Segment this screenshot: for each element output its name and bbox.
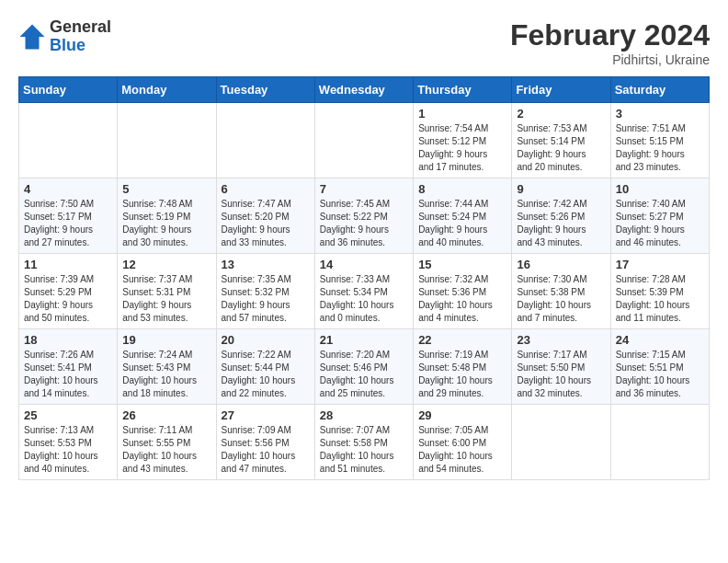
- day-info: Sunrise: 7:20 AM Sunset: 5:46 PM Dayligh…: [320, 349, 408, 400]
- calendar-cell: 20Sunrise: 7:22 AM Sunset: 5:44 PM Dayli…: [216, 329, 314, 405]
- day-info: Sunrise: 7:51 AM Sunset: 5:15 PM Dayligh…: [616, 122, 704, 174]
- day-info: Sunrise: 7:39 AM Sunset: 5:29 PM Dayligh…: [24, 273, 112, 325]
- day-number: 15: [418, 258, 506, 271]
- calendar-cell: [216, 103, 314, 178]
- calendar-cell: 21Sunrise: 7:20 AM Sunset: 5:46 PM Dayli…: [314, 329, 413, 405]
- svg-marker-0: [20, 24, 45, 49]
- day-number: 22: [418, 333, 506, 347]
- day-number: 2: [517, 107, 605, 121]
- day-number: 6: [222, 182, 310, 196]
- day-info: Sunrise: 7:11 AM Sunset: 5:55 PM Dayligh…: [122, 424, 210, 476]
- calendar-cell: 5Sunrise: 7:48 AM Sunset: 5:19 PM Daylig…: [118, 178, 216, 254]
- day-info: Sunrise: 7:45 AM Sunset: 5:22 PM Dayligh…: [320, 198, 408, 249]
- logo-blue-text: Blue: [50, 37, 111, 55]
- day-info: Sunrise: 7:40 AM Sunset: 5:27 PM Dayligh…: [616, 198, 704, 249]
- calendar-cell: 4Sunrise: 7:50 AM Sunset: 5:17 PM Daylig…: [19, 178, 118, 254]
- calendar-cell: 7Sunrise: 7:45 AM Sunset: 5:22 PM Daylig…: [314, 178, 413, 254]
- calendar-cell: 12Sunrise: 7:37 AM Sunset: 5:31 PM Dayli…: [118, 254, 216, 329]
- calendar-cell: 28Sunrise: 7:07 AM Sunset: 5:58 PM Dayli…: [314, 405, 413, 480]
- day-info: Sunrise: 7:19 AM Sunset: 5:48 PM Dayligh…: [418, 349, 506, 400]
- logo: General Blue: [18, 18, 111, 55]
- day-number: 23: [517, 333, 605, 347]
- calendar-cell: 13Sunrise: 7:35 AM Sunset: 5:32 PM Dayli…: [216, 254, 314, 329]
- calendar-cell: 24Sunrise: 7:15 AM Sunset: 5:51 PM Dayli…: [610, 329, 709, 405]
- day-info: Sunrise: 7:15 AM Sunset: 5:51 PM Dayligh…: [616, 349, 704, 400]
- calendar-cell: [118, 103, 216, 178]
- calendar-cell: 16Sunrise: 7:30 AM Sunset: 5:38 PM Dayli…: [512, 254, 610, 329]
- day-info: Sunrise: 7:37 AM Sunset: 5:31 PM Dayligh…: [122, 273, 210, 325]
- day-info: Sunrise: 7:22 AM Sunset: 5:44 PM Dayligh…: [222, 349, 310, 400]
- calendar-cell: 14Sunrise: 7:33 AM Sunset: 5:34 PM Dayli…: [314, 254, 413, 329]
- day-number: 4: [24, 182, 112, 196]
- calendar-cell: 11Sunrise: 7:39 AM Sunset: 5:29 PM Dayli…: [19, 254, 118, 329]
- calendar-cell: 2Sunrise: 7:53 AM Sunset: 5:14 PM Daylig…: [512, 103, 610, 178]
- day-info: Sunrise: 7:28 AM Sunset: 5:39 PM Dayligh…: [616, 273, 704, 325]
- weekday-header-thursday: Thursday: [414, 77, 512, 103]
- location: Pidhirtsi, Ukraine: [510, 52, 710, 67]
- day-number: 26: [122, 408, 210, 422]
- day-number: 17: [616, 258, 704, 271]
- calendar-cell: 17Sunrise: 7:28 AM Sunset: 5:39 PM Dayli…: [610, 254, 709, 329]
- month-year: February 2024: [510, 18, 710, 52]
- calendar-cell: 9Sunrise: 7:42 AM Sunset: 5:26 PM Daylig…: [512, 178, 610, 254]
- calendar-week-2: 4Sunrise: 7:50 AM Sunset: 5:17 PM Daylig…: [19, 178, 710, 254]
- weekday-header-saturday: Saturday: [610, 77, 709, 103]
- day-info: Sunrise: 7:53 AM Sunset: 5:14 PM Dayligh…: [517, 122, 605, 174]
- weekday-header-row: SundayMondayTuesdayWednesdayThursdayFrid…: [19, 77, 710, 103]
- day-info: Sunrise: 7:17 AM Sunset: 5:50 PM Dayligh…: [517, 349, 605, 400]
- title-area: February 2024 Pidhirtsi, Ukraine: [510, 18, 710, 67]
- weekday-header-monday: Monday: [118, 77, 216, 103]
- calendar-week-1: 1Sunrise: 7:54 AM Sunset: 5:12 PM Daylig…: [19, 103, 710, 178]
- day-info: Sunrise: 7:50 AM Sunset: 5:17 PM Dayligh…: [24, 198, 112, 249]
- day-number: 14: [320, 258, 408, 271]
- calendar-cell: 3Sunrise: 7:51 AM Sunset: 5:15 PM Daylig…: [610, 103, 709, 178]
- calendar-cell: 8Sunrise: 7:44 AM Sunset: 5:24 PM Daylig…: [414, 178, 512, 254]
- day-info: Sunrise: 7:09 AM Sunset: 5:56 PM Dayligh…: [222, 424, 310, 476]
- day-number: 9: [517, 182, 605, 196]
- day-number: 13: [222, 258, 310, 271]
- day-number: 19: [122, 333, 210, 347]
- calendar-cell: 1Sunrise: 7:54 AM Sunset: 5:12 PM Daylig…: [414, 103, 512, 178]
- day-number: 11: [24, 258, 112, 271]
- day-info: Sunrise: 7:07 AM Sunset: 5:58 PM Dayligh…: [320, 424, 408, 476]
- calendar-cell: 18Sunrise: 7:26 AM Sunset: 5:41 PM Dayli…: [19, 329, 118, 405]
- calendar-week-4: 18Sunrise: 7:26 AM Sunset: 5:41 PM Dayli…: [19, 329, 710, 405]
- calendar-cell: 29Sunrise: 7:05 AM Sunset: 6:00 PM Dayli…: [414, 405, 512, 480]
- calendar-cell: 27Sunrise: 7:09 AM Sunset: 5:56 PM Dayli…: [216, 405, 314, 480]
- day-info: Sunrise: 7:13 AM Sunset: 5:53 PM Dayligh…: [24, 424, 112, 476]
- day-info: Sunrise: 7:30 AM Sunset: 5:38 PM Dayligh…: [517, 273, 605, 325]
- logo-general-text: General: [50, 18, 111, 37]
- header: General Blue February 2024 Pidhirtsi, Uk…: [18, 18, 710, 67]
- logo-icon: [18, 23, 46, 51]
- day-number: 12: [122, 258, 210, 271]
- calendar-cell: 23Sunrise: 7:17 AM Sunset: 5:50 PM Dayli…: [512, 329, 610, 405]
- day-info: Sunrise: 7:44 AM Sunset: 5:24 PM Dayligh…: [418, 198, 506, 249]
- calendar-cell: [610, 405, 709, 480]
- weekday-header-sunday: Sunday: [19, 77, 118, 103]
- calendar-cell: 19Sunrise: 7:24 AM Sunset: 5:43 PM Dayli…: [118, 329, 216, 405]
- weekday-header-tuesday: Tuesday: [216, 77, 314, 103]
- day-info: Sunrise: 7:33 AM Sunset: 5:34 PM Dayligh…: [320, 273, 408, 325]
- weekday-header-friday: Friday: [512, 77, 610, 103]
- day-number: 16: [517, 258, 605, 271]
- calendar-cell: 22Sunrise: 7:19 AM Sunset: 5:48 PM Dayli…: [414, 329, 512, 405]
- day-number: 8: [418, 182, 506, 196]
- day-number: 5: [122, 182, 210, 196]
- calendar-cell: 6Sunrise: 7:47 AM Sunset: 5:20 PM Daylig…: [216, 178, 314, 254]
- calendar-week-5: 25Sunrise: 7:13 AM Sunset: 5:53 PM Dayli…: [19, 405, 710, 480]
- day-number: 7: [320, 182, 408, 196]
- day-number: 29: [418, 408, 506, 422]
- day-info: Sunrise: 7:48 AM Sunset: 5:19 PM Dayligh…: [122, 198, 210, 249]
- calendar-cell: [19, 103, 118, 178]
- calendar-cell: 26Sunrise: 7:11 AM Sunset: 5:55 PM Dayli…: [118, 405, 216, 480]
- day-number: 1: [418, 107, 506, 121]
- day-number: 20: [222, 333, 310, 347]
- day-info: Sunrise: 7:32 AM Sunset: 5:36 PM Dayligh…: [418, 273, 506, 325]
- day-number: 25: [24, 408, 112, 422]
- day-number: 27: [222, 408, 310, 422]
- day-number: 21: [320, 333, 408, 347]
- calendar-week-3: 11Sunrise: 7:39 AM Sunset: 5:29 PM Dayli…: [19, 254, 710, 329]
- day-number: 28: [320, 408, 408, 422]
- weekday-header-wednesday: Wednesday: [314, 77, 413, 103]
- day-info: Sunrise: 7:47 AM Sunset: 5:20 PM Dayligh…: [222, 198, 310, 249]
